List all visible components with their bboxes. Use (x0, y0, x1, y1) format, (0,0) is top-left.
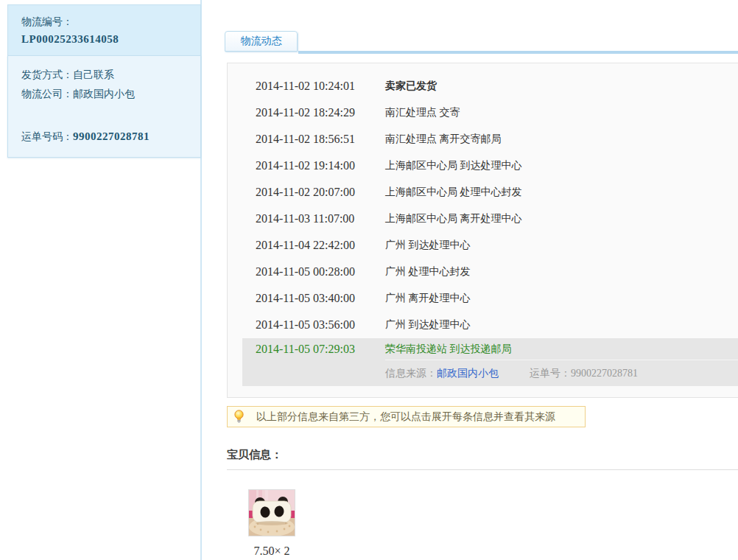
third-party-notice: 以上部分信息来自第三方，您可以点击展开每条信息并查看其来源 (227, 406, 586, 427)
tracking-event-list: 2014-11-02 10:24:01 卖家已发货 2014-11-02 18:… (242, 73, 738, 338)
logistics-company-line: 物流公司：邮政国内小包 (21, 85, 187, 104)
shipping-method-value: 自己联系 (73, 69, 114, 80)
tracking-event-row[interactable]: 2014-11-02 19:14:00 上海邮区中心局 到达处理中心 (242, 153, 738, 179)
waybill-value: 9900227028781 (73, 130, 150, 142)
logistics-company-value: 邮政国内小包 (73, 88, 135, 99)
latest-event-block[interactable]: 2014-11-05 07:29:03 荣华南投递站 到达投递邮局 信息来源： … (242, 338, 738, 386)
event-time: 2014-11-04 22:42:00 (256, 239, 385, 252)
tab-underline (298, 51, 738, 54)
product-card: 7.50× 2 (248, 489, 295, 558)
product-photo[interactable] (248, 489, 295, 536)
event-desc: 广州 到达处理中心 (385, 318, 471, 332)
event-time: 2014-11-02 18:56:51 (256, 133, 385, 146)
main-content: 物流动态 2014-11-02 10:24:01 卖家已发货 2014-11-0… (227, 31, 738, 558)
item-info-divider (227, 469, 738, 470)
tracking-event-row[interactable]: 2014-11-02 20:07:00 上海邮区中心局 处理中心封发 (242, 179, 738, 206)
tracking-event-row[interactable]: 2014-11-05 03:56:00 广州 到达处理中心 (242, 312, 738, 338)
logistics-number-box: 物流编号： LP00025233614058 (7, 4, 201, 55)
event-time: 2014-11-05 07:29:03 (256, 343, 385, 356)
event-desc: 广州 处理中心封发 (385, 265, 471, 279)
event-time: 2014-11-03 11:07:00 (256, 212, 385, 225)
event-time: 2014-11-05 00:28:00 (256, 265, 385, 279)
shipping-method-line: 发货方式：自己联系 (21, 66, 187, 85)
event-desc: 南汇处理点 离开交寄邮局 (385, 133, 502, 146)
tracking-event-row[interactable]: 2014-11-04 22:42:00 广州 到达处理中心 (242, 232, 738, 259)
logistics-number-value: LP00025233614058 (21, 30, 187, 48)
event-time: 2014-11-02 10:24:01 (256, 80, 385, 93)
event-time: 2014-11-02 18:24:29 (256, 106, 385, 119)
latest-waybill-label: 运单号： (530, 368, 571, 379)
source-link[interactable]: 邮政国内小包 (437, 367, 499, 380)
tracking-event-row[interactable]: 2014-11-02 18:24:29 南汇处理点 交寄 (242, 99, 738, 126)
event-time: 2014-11-02 20:07:00 (256, 186, 385, 199)
latest-event-source: 信息来源： 邮政国内小包 运单号：9900227028781 (242, 360, 738, 386)
tracking-event-row[interactable]: 2014-11-02 10:24:01 卖家已发货 (242, 73, 738, 99)
source-label: 信息来源： (385, 367, 437, 380)
event-time: 2014-11-05 03:56:00 (256, 318, 385, 332)
lightbulb-icon (233, 410, 245, 424)
event-desc: 上海邮区中心局 离开处理中心 (385, 212, 522, 225)
event-desc: 广州 离开处理中心 (385, 292, 471, 305)
notice-text: 以上部分信息来自第三方，您可以点击展开每条信息并查看其来源 (256, 410, 555, 424)
event-desc: 上海邮区中心局 处理中心封发 (385, 186, 522, 199)
waybill-line: 运单号码：9900227028781 (21, 127, 187, 147)
event-desc: 广州 到达处理中心 (385, 239, 471, 252)
event-desc: 上海邮区中心局 到达处理中心 (385, 159, 522, 172)
event-desc: 卖家已发货 (385, 80, 437, 93)
tracking-panel: 2014-11-02 10:24:01 卖家已发货 2014-11-02 18:… (227, 63, 738, 398)
event-desc: 荣华南投递站 到达投递邮局 (385, 338, 738, 360)
logistics-company-label: 物流公司： (21, 88, 73, 99)
tracking-event-row[interactable]: 2014-11-02 18:56:51 南汇处理点 离开交寄邮局 (242, 126, 738, 153)
tracking-event-row[interactable]: 2014-11-03 11:07:00 上海邮区中心局 离开处理中心 (242, 206, 738, 232)
latest-waybill: 运单号：9900227028781 (530, 367, 638, 380)
logistics-sidebar: 物流编号： LP00025233614058 发货方式：自己联系 物流公司：邮政… (7, 4, 201, 158)
tab-logistics-status[interactable]: 物流动态 (225, 31, 298, 52)
latest-event-row: 2014-11-05 07:29:03 荣华南投递站 到达投递邮局 (242, 338, 738, 360)
tracking-event-row[interactable]: 2014-11-05 03:40:00 广州 离开处理中心 (242, 285, 738, 312)
event-time: 2014-11-02 19:14:00 (256, 159, 385, 172)
tracking-event-row[interactable]: 2014-11-05 00:28:00 广州 处理中心封发 (242, 259, 738, 285)
tab-bar: 物流动态 (227, 31, 738, 55)
shipping-info-box: 发货方式：自己联系 物流公司：邮政国内小包 运单号码：9900227028781 (7, 55, 201, 158)
waybill-label: 运单号码： (21, 131, 73, 142)
product-price-qty: 7.50× 2 (248, 545, 295, 558)
latest-waybill-value: 9900227028781 (571, 368, 638, 379)
logistics-number-label: 物流编号： (21, 14, 187, 30)
event-desc: 南汇处理点 交寄 (385, 106, 460, 119)
shipping-method-label: 发货方式： (21, 69, 73, 80)
item-info-title: 宝贝信息： (227, 448, 738, 462)
event-time: 2014-11-05 03:40:00 (256, 292, 385, 305)
